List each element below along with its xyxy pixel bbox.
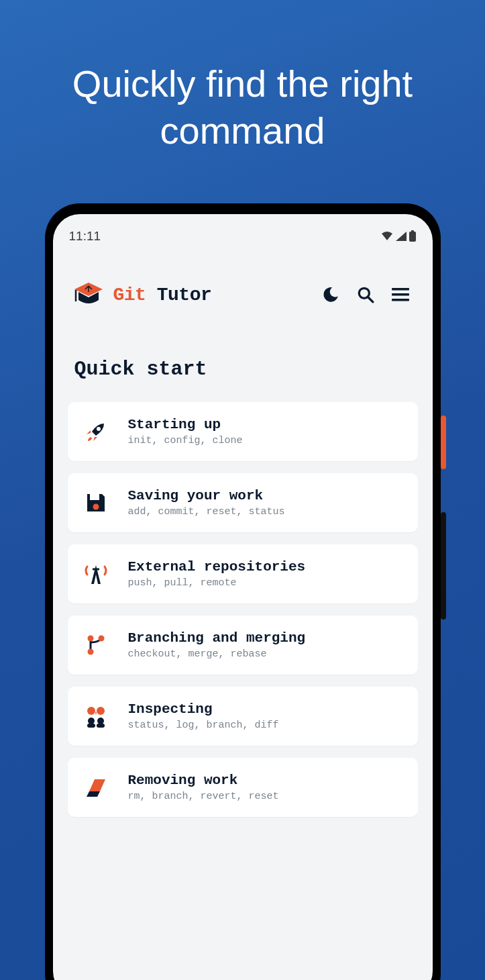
branch-icon xyxy=(84,633,108,657)
status-time: 11:11 xyxy=(69,229,101,244)
card-subtitle: push, pull, remote xyxy=(128,577,306,589)
card-title: Branching and merging xyxy=(128,630,306,646)
moon-icon xyxy=(322,286,339,303)
hero-title: Quickly find the right command xyxy=(0,60,485,154)
rocket-icon xyxy=(84,420,108,444)
section-title: Quick start xyxy=(53,322,433,402)
grad-cap-icon xyxy=(73,281,104,308)
svg-point-16 xyxy=(97,718,104,724)
svg-point-15 xyxy=(88,718,95,724)
save-icon xyxy=(85,491,107,514)
battery-icon xyxy=(409,230,417,242)
menu-button[interactable] xyxy=(388,283,413,307)
card-saving-work[interactable]: Saving your work add, commit, reset, sta… xyxy=(68,473,418,532)
card-subtitle: status, log, branch, diff xyxy=(128,720,279,731)
svg-rect-1 xyxy=(411,230,414,232)
dark-mode-button[interactable] xyxy=(319,283,343,307)
svg-rect-4 xyxy=(392,288,409,291)
status-bar: 11:11 xyxy=(53,214,433,250)
svg-point-9 xyxy=(93,504,99,510)
svg-point-11 xyxy=(87,649,93,655)
svg-line-3 xyxy=(368,297,373,302)
brand-tutor: Tutor xyxy=(157,285,212,305)
app-header: Git Tutor xyxy=(53,250,433,322)
svg-point-14 xyxy=(97,707,105,715)
app-logo[interactable]: Git Tutor xyxy=(73,281,308,308)
svg-point-13 xyxy=(87,707,95,715)
erase-icon xyxy=(84,777,108,798)
card-starting-up[interactable]: Starting up init, config, clone xyxy=(68,402,418,461)
card-subtitle: rm, branch, revert, reset xyxy=(128,791,279,802)
svg-rect-0 xyxy=(409,232,416,242)
svg-point-12 xyxy=(98,636,104,642)
antenna-icon xyxy=(83,562,109,585)
card-subtitle: checkout, merge, rebase xyxy=(128,648,306,660)
svg-rect-18 xyxy=(97,724,105,728)
card-title: Removing work xyxy=(128,773,279,788)
wifi-icon xyxy=(380,231,394,242)
svg-rect-5 xyxy=(392,293,409,296)
cell-signal-icon xyxy=(395,231,407,242)
card-title: Saving your work xyxy=(128,488,285,503)
app-screen: 11:11 Git Tutor xyxy=(53,214,433,980)
phone-frame: 11:11 Git Tutor xyxy=(45,203,441,980)
card-list: Starting up init, config, clone Saving y… xyxy=(53,402,433,817)
svg-rect-17 xyxy=(87,724,95,728)
phone-power-button xyxy=(441,415,446,469)
search-button[interactable] xyxy=(354,283,378,307)
card-branching[interactable]: Branching and merging checkout, merge, r… xyxy=(68,616,418,675)
card-title: Inspecting xyxy=(128,701,279,717)
phone-volume-button xyxy=(441,512,446,620)
svg-point-10 xyxy=(87,636,93,642)
inspect-icon xyxy=(83,705,109,728)
card-subtitle: init, config, clone xyxy=(128,435,243,446)
svg-rect-6 xyxy=(392,299,409,301)
card-title: External repositories xyxy=(128,559,306,575)
brand-git: Git xyxy=(113,285,146,305)
hamburger-icon xyxy=(392,288,409,301)
search-icon xyxy=(357,286,374,303)
card-subtitle: add, commit, reset, status xyxy=(128,506,285,518)
svg-rect-8 xyxy=(90,494,99,500)
svg-point-7 xyxy=(97,427,101,431)
card-title: Starting up xyxy=(128,417,243,432)
card-removing-work[interactable]: Removing work rm, branch, revert, reset xyxy=(68,758,418,817)
card-external-repos[interactable]: External repositories push, pull, remote xyxy=(68,544,418,603)
card-inspecting[interactable]: Inspecting status, log, branch, diff xyxy=(68,687,418,746)
